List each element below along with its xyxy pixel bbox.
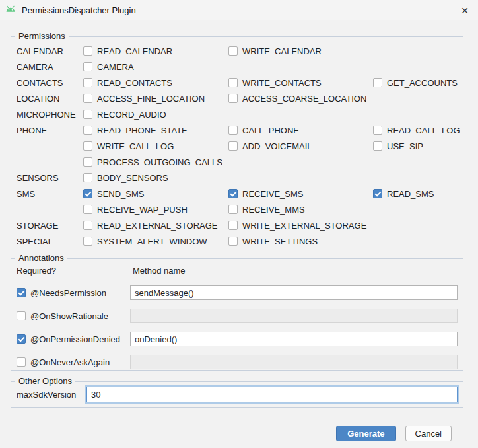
annotation-checkbox-item[interactable]: @NeedsPermission: [17, 288, 130, 298]
permission-checkbox-item[interactable]: ACCESS_COARSE_LOCATION: [228, 94, 373, 104]
permission-row: SMS SEND_SMS RECEIVE_SMS READ_SMS: [11, 186, 463, 202]
permission-checkbox-item[interactable]: BODY_SENSORS: [83, 173, 228, 183]
permission-checkbox-item[interactable]: ACCESS_FINE_LOCATION: [83, 94, 228, 104]
checkbox-icon[interactable]: [83, 221, 92, 230]
permission-checkbox-item[interactable]: READ_SMS: [373, 189, 463, 199]
permission-label: RECEIVE_SMS: [242, 189, 303, 199]
checkbox-icon[interactable]: [373, 126, 382, 135]
checkbox-icon[interactable]: [83, 94, 92, 103]
max-sdk-version-input[interactable]: [86, 387, 458, 402]
permission-label: READ_SMS: [387, 189, 434, 199]
permission-label: WRITE_CALENDAR: [242, 46, 322, 56]
permission-row: LOCATION ACCESS_FINE_LOCATION ACCESS_COA…: [11, 91, 463, 106]
permission-checkbox-item[interactable]: ADD_VOICEMAIL: [228, 141, 373, 151]
checkbox-icon[interactable]: [83, 110, 92, 119]
permissions-grid: CALENDAR READ_CALENDAR WRITE_CALENDAR CA…: [11, 37, 463, 249]
permission-category-label: SMS: [17, 189, 83, 199]
checkbox-icon[interactable]: [83, 62, 92, 71]
permission-checkbox-item[interactable]: CAMERA: [83, 62, 228, 72]
permission-checkbox-item[interactable]: SEND_SMS: [83, 189, 228, 199]
permission-row: PROCESS_OUTGOING_CALLS: [11, 154, 463, 170]
permission-checkbox-item[interactable]: SYSTEM_ALERT_WINDOW: [83, 237, 228, 246]
permission-checkbox-item[interactable]: CALL_PHONE: [228, 126, 373, 135]
permission-checkbox-item[interactable]: GET_ACCOUNTS: [373, 78, 463, 88]
checkbox-icon[interactable]: [228, 126, 238, 135]
permission-checkbox-item[interactable]: RECORD_AUDIO: [83, 110, 228, 120]
permission-label: CALL_PHONE: [242, 126, 299, 135]
permission-checkbox-item[interactable]: READ_CALENDAR: [83, 46, 228, 56]
permission-label: USE_SIP: [387, 141, 423, 151]
checkbox-icon[interactable]: [373, 78, 382, 87]
checkbox-icon[interactable]: [83, 205, 92, 214]
checkbox-icon[interactable]: [83, 141, 92, 151]
checkbox-icon[interactable]: [228, 189, 238, 198]
checkbox-icon[interactable]: [373, 141, 382, 151]
annotation-row: @OnNeverAskAgain: [17, 354, 458, 370]
checkbox-icon[interactable]: [228, 78, 238, 87]
checkbox-icon[interactable]: [228, 237, 238, 246]
close-icon[interactable]: ✕: [452, 0, 478, 20]
annotation-checkbox-item[interactable]: @OnNeverAskAgain: [17, 357, 130, 367]
checkbox-icon[interactable]: [228, 205, 238, 214]
permission-row: CALENDAR READ_CALENDAR WRITE_CALENDAR: [11, 43, 463, 59]
annotation-row: @OnPermissionDenied: [17, 331, 458, 347]
checkbox-icon[interactable]: [228, 221, 238, 230]
permission-checkbox-item[interactable]: WRITE_SETTINGS: [228, 237, 373, 246]
method-name-input[interactable]: [130, 285, 458, 300]
annotations-groupbox: Annotations Required? Method name @Needs…: [11, 258, 463, 371]
permission-label: READ_CALL_LOG: [387, 126, 460, 135]
permission-label: WRITE_CALL_LOG: [97, 141, 174, 151]
method-name-input[interactable]: [130, 355, 458, 369]
permission-label: SEND_SMS: [97, 189, 145, 199]
checkbox-icon[interactable]: [17, 334, 26, 344]
generate-button[interactable]: Generate: [336, 426, 395, 441]
annotation-checkbox-item[interactable]: @OnPermissionDenied: [17, 334, 130, 344]
checkbox-icon[interactable]: [83, 157, 92, 167]
permission-checkbox-item[interactable]: RECEIVE_SMS: [228, 189, 373, 199]
permission-checkbox-item[interactable]: READ_CALL_LOG: [373, 126, 463, 135]
permission-checkbox-item[interactable]: WRITE_EXTERNAL_STORAGE: [228, 221, 373, 231]
annotations-group-title: Annotations: [15, 253, 67, 263]
permission-checkbox-item[interactable]: RECEIVE_WAP_PUSH: [83, 205, 228, 215]
permission-checkbox-item[interactable]: WRITE_CONTACTS: [228, 78, 373, 88]
checkbox-icon[interactable]: [83, 46, 92, 56]
permission-label: BODY_SENSORS: [97, 173, 168, 183]
permission-row: PHONE READ_PHONE_STATE CALL_PHONE READ_C…: [11, 122, 463, 138]
permission-label: PROCESS_OUTGOING_CALLS: [97, 157, 222, 167]
checkbox-icon[interactable]: [83, 126, 92, 135]
permission-label: SYSTEM_ALERT_WINDOW: [97, 237, 207, 246]
checkbox-icon[interactable]: [17, 288, 26, 297]
checkbox-icon[interactable]: [83, 237, 92, 246]
permission-checkbox-item[interactable]: WRITE_CALL_LOG: [83, 141, 228, 151]
cancel-button[interactable]: Cancel: [405, 426, 452, 441]
permission-checkbox-item[interactable]: USE_SIP: [373, 141, 463, 151]
checkbox-icon[interactable]: [228, 94, 238, 103]
checkbox-icon[interactable]: [17, 311, 26, 320]
permission-checkbox-item[interactable]: PROCESS_OUTGOING_CALLS: [83, 157, 228, 167]
permission-checkbox-item[interactable]: WRITE_CALENDAR: [228, 46, 373, 56]
permission-checkbox-item[interactable]: RECEIVE_MMS: [228, 205, 373, 215]
method-name-input[interactable]: [130, 332, 458, 346]
required-column-header: Required?: [17, 266, 130, 276]
permission-checkbox-item[interactable]: READ_CONTACTS: [83, 78, 228, 88]
annotation-checkbox-item[interactable]: @OnShowRationale: [17, 311, 130, 321]
checkbox-icon[interactable]: [17, 357, 26, 367]
permission-label: WRITE_EXTERNAL_STORAGE: [242, 221, 366, 231]
checkbox-icon[interactable]: [373, 189, 382, 198]
checkbox-icon[interactable]: [228, 46, 238, 56]
checkbox-icon[interactable]: [228, 141, 238, 151]
window-title: PermissionsDispatcher Plugin: [22, 5, 136, 15]
method-name-input[interactable]: [130, 309, 458, 323]
permission-category-label: PHONE: [17, 126, 83, 135]
annotation-label: @NeedsPermission: [30, 288, 106, 298]
checkbox-icon[interactable]: [83, 78, 92, 87]
permission-row: CAMERA CAMERA: [11, 59, 463, 75]
permissions-groupbox: Permissions CALENDAR READ_CALENDAR WRITE…: [11, 36, 463, 248]
permission-label: WRITE_SETTINGS: [242, 237, 318, 246]
permission-checkbox-item[interactable]: READ_EXTERNAL_STORAGE: [83, 221, 228, 231]
checkbox-icon[interactable]: [83, 173, 92, 182]
permission-checkbox-item[interactable]: READ_PHONE_STATE: [83, 126, 228, 135]
dialog-button-row: Generate Cancel: [11, 426, 463, 441]
checkbox-icon[interactable]: [83, 189, 92, 198]
permission-row: RECEIVE_WAP_PUSH RECEIVE_MMS: [11, 202, 463, 217]
